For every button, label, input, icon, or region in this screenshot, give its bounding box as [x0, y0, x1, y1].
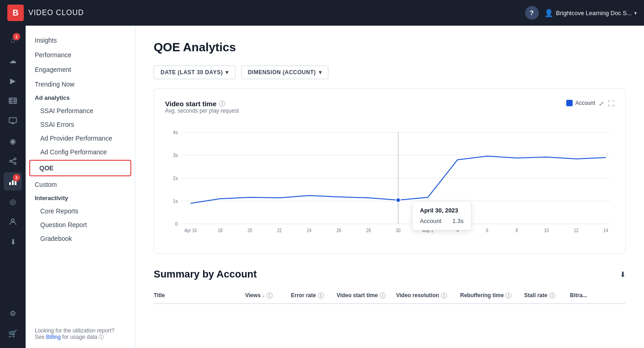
col-header-views: Views ↓ i [245, 292, 291, 299]
settings-icon[interactable]: ⚙ [4, 304, 22, 322]
film-icon[interactable] [4, 92, 22, 110]
chart-info-icon[interactable]: i [219, 101, 225, 107]
product-name: VIDEO CLOUD [28, 9, 84, 17]
top-bar-right: ? 👤 Brightcove Learning Doc S... ▾ [525, 6, 637, 20]
sidebar-item-engagement[interactable]: Engagement [26, 62, 135, 77]
svg-text:12: 12 [574, 228, 578, 233]
svg-rect-0 [9, 98, 16, 103]
badge-2: 2 [13, 174, 20, 181]
user-menu[interactable]: 👤 Brightcove Learning Doc S... ▾ [544, 9, 637, 17]
svg-point-16 [11, 219, 14, 222]
svg-line-11 [11, 159, 14, 161]
svg-text:30: 30 [396, 228, 400, 233]
svg-text:6: 6 [486, 228, 488, 233]
user-menu-chevron: ▾ [634, 11, 637, 16]
chart-area: 4s 3s 2s 1s 0 Apr 16 18 20 22 24 26 28 3… [165, 123, 614, 242]
svg-text:28: 28 [366, 228, 371, 233]
chart-title-text: Video start time [165, 100, 216, 108]
sidebar-item-insights[interactable]: Insights [26, 33, 135, 48]
col-header-vst: Video start time i [337, 292, 396, 299]
svg-text:2s: 2s [173, 175, 178, 181]
video-icon[interactable]: ▶ [4, 71, 22, 90]
sort-icon-views[interactable]: ↓ [263, 293, 265, 298]
info-icon-vr[interactable]: i [441, 293, 447, 299]
footer-text: Looking for the utilization report? [35, 327, 114, 334]
chart-title-row: Video start time i [165, 100, 239, 108]
svg-text:20: 20 [247, 228, 252, 233]
billing-link[interactable]: Billing [46, 334, 61, 340]
svg-text:3s: 3s [173, 152, 178, 158]
col-header-error: Error rate i [291, 292, 337, 299]
svg-text:0: 0 [175, 221, 178, 227]
footer-text3: for usage data [62, 334, 97, 340]
chart-actions: Account ⤢ ⛶ [566, 100, 614, 110]
svg-text:14: 14 [603, 228, 608, 233]
arrow-down-icon[interactable]: ⬇ [4, 233, 22, 251]
module-icon[interactable]: ◉ [4, 132, 22, 150]
sidebar-item-ad-provider[interactable]: Ad Provider Performance [26, 131, 135, 145]
summary-title: Summary by Account [154, 268, 257, 280]
svg-text:26: 26 [337, 228, 341, 233]
globe-icon[interactable]: ◎ [4, 192, 22, 211]
chart-header: Video start time i Avg. seconds per play… [165, 100, 614, 121]
top-bar: B VIDEO CLOUD ? 👤 Brightcove Learning Do… [0, 0, 644, 26]
sidebar: Insights Performance Engagement Trending… [26, 26, 135, 348]
svg-text:8: 8 [515, 228, 518, 233]
svg-point-10 [14, 163, 16, 164]
info-icon-vst[interactable]: i [380, 293, 386, 299]
tv-icon[interactable] [4, 112, 22, 130]
legend-box [566, 100, 573, 106]
chart-tooltip: April 30, 2023 Account 1.3s [412, 201, 472, 230]
sidebar-item-trending[interactable]: Trending Now [26, 77, 135, 92]
dimension-filter-button[interactable]: DIMENSION (ACCOUNT) ▾ [241, 65, 328, 79]
footer-text2: See [35, 334, 44, 340]
sidebar-item-ssai-errors[interactable]: SSAI Errors [26, 118, 135, 131]
sidebar-item-qoe[interactable]: QOE [29, 160, 131, 176]
export-icon[interactable]: ⤢ [599, 100, 604, 110]
logo: B VIDEO CLOUD [7, 5, 84, 21]
sidebar-item-core-reports[interactable]: Core Reports [26, 204, 135, 218]
svg-text:18: 18 [218, 228, 222, 233]
home-icon[interactable]: ⌂ 1 [4, 31, 22, 49]
svg-text:Apr 16: Apr 16 [184, 228, 197, 233]
tooltip-metric-label: Account [420, 218, 441, 224]
svg-rect-5 [9, 118, 16, 123]
filters-row: DATE (LAST 30 DAYS) ▾ DIMENSION (ACCOUNT… [154, 65, 626, 79]
date-filter-label: DATE (LAST 30 DAYS) [161, 69, 223, 76]
chart-svg: 4s 3s 2s 1s 0 Apr 16 18 20 22 24 26 28 3… [165, 123, 614, 233]
analytics-icon[interactable]: 2 [4, 172, 22, 190]
sidebar-item-performance[interactable]: Performance [26, 48, 135, 62]
info-icon-rt[interactable]: i [505, 293, 511, 299]
footer-info-icon: ⓘ [99, 334, 104, 340]
svg-rect-14 [12, 180, 14, 185]
cloud-icon[interactable]: ☁ [4, 51, 22, 70]
svg-rect-4 [15, 98, 16, 103]
date-filter-button[interactable]: DATE (LAST 30 DAYS) ▾ [154, 65, 236, 79]
table-header: Title Views ↓ i Error rate i Video start… [154, 288, 626, 304]
share-icon[interactable] [4, 152, 22, 170]
sidebar-item-gradebook[interactable]: Gradebook [26, 232, 135, 245]
svg-rect-1 [9, 99, 16, 100]
svg-text:22: 22 [277, 228, 282, 233]
info-icon-error[interactable]: i [318, 293, 324, 299]
page-title: QOE Analytics [154, 40, 626, 54]
info-icon-views[interactable]: i [267, 293, 273, 299]
help-button[interactable]: ? [525, 6, 539, 20]
svg-rect-13 [9, 182, 11, 185]
download-button[interactable]: ⬇ [620, 270, 626, 279]
dimension-filter-label: DIMENSION (ACCOUNT) [248, 69, 316, 76]
svg-point-8 [14, 158, 16, 160]
svg-text:10: 10 [544, 228, 549, 233]
chart-legend: Account [566, 100, 595, 106]
users-icon[interactable] [4, 212, 22, 231]
col-header-title: Title [154, 292, 245, 299]
info-icon-sr[interactable]: i [549, 293, 555, 299]
cart-icon[interactable]: 🛒 [4, 324, 22, 343]
user-icon: 👤 [544, 9, 553, 17]
sidebar-item-ssai-performance[interactable]: SSAI Performance [26, 104, 135, 118]
svg-point-43 [396, 198, 400, 202]
sidebar-item-ad-config[interactable]: Ad Config Performance [26, 145, 135, 159]
fullscreen-icon[interactable]: ⛶ [608, 100, 614, 110]
sidebar-item-custom[interactable]: Custom [26, 177, 135, 192]
sidebar-item-question-report[interactable]: Question Report [26, 218, 135, 232]
